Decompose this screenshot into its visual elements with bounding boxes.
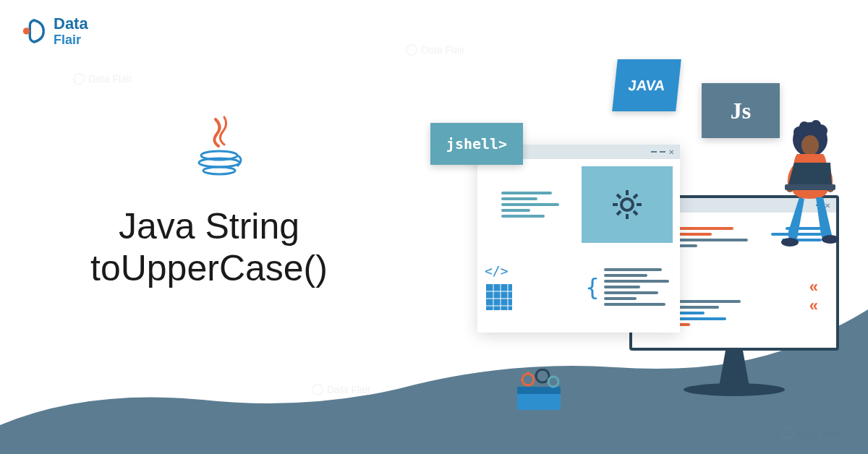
hero-illustration: ✕ « « ✕ — [405, 36, 854, 441]
brand-icon — [20, 17, 48, 45]
grid-icon — [485, 283, 514, 312]
svg-point-37 — [522, 374, 534, 385]
brand-logo: Data Flair — [20, 16, 88, 46]
gear-icon — [609, 187, 645, 223]
logo-text-data: Data — [54, 16, 88, 32]
svg-rect-32 — [785, 184, 835, 190]
svg-point-1 — [74, 74, 84, 84]
svg-point-34 — [822, 235, 839, 244]
svg-rect-17 — [486, 284, 512, 310]
svg-point-29 — [801, 135, 819, 155]
svg-point-33 — [781, 238, 799, 247]
svg-line-14 — [634, 211, 637, 215]
svg-point-3 — [312, 385, 323, 395]
logo-text-flair: Flair — [54, 33, 88, 46]
java-badge: JAVA — [612, 59, 681, 111]
svg-line-16 — [617, 211, 621, 215]
watermark: Data Flair — [72, 72, 132, 85]
watermark: Data Flair — [311, 383, 371, 396]
person-illustration — [767, 119, 861, 264]
svg-rect-36 — [517, 387, 561, 394]
java-logo-icon — [194, 116, 244, 181]
title-line-2: toUpperCase() — [90, 248, 328, 290]
page-title: Java String toUpperCase() — [90, 206, 328, 289]
svg-point-27 — [799, 121, 809, 132]
title-line-1: Java String — [90, 206, 328, 248]
svg-point-39 — [548, 377, 558, 387]
svg-point-8 — [621, 199, 633, 210]
monitor-base — [684, 383, 785, 396]
svg-point-28 — [811, 120, 821, 130]
code-window: ✕ — [477, 145, 680, 333]
svg-point-7 — [203, 167, 235, 174]
jshell-badge: jshell> — [430, 123, 523, 165]
toolbox-icon — [514, 369, 564, 412]
svg-line-15 — [634, 194, 637, 198]
monitor-stand — [712, 351, 756, 387]
svg-line-13 — [617, 194, 621, 198]
svg-point-38 — [536, 369, 549, 382]
svg-point-0 — [23, 27, 30, 35]
